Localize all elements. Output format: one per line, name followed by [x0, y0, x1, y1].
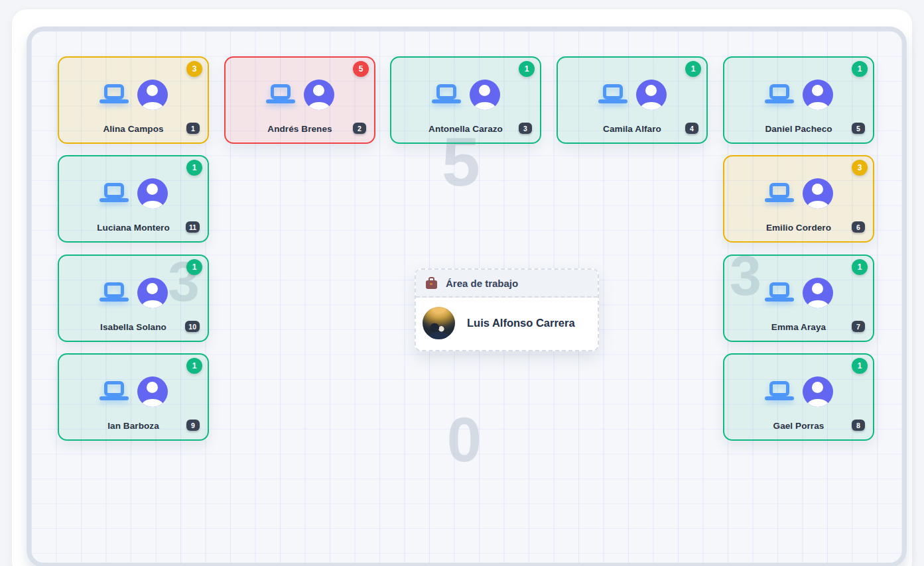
desk-owner-name: Luciana Montero: [97, 223, 170, 233]
person-icon: [304, 80, 334, 110]
desk-icons: [765, 376, 833, 407]
seat-number-chip: 7: [852, 321, 865, 332]
laptop-icon: [765, 182, 794, 205]
laptop-icon: [99, 84, 129, 106]
occupancy-badge: 1: [519, 61, 535, 77]
person-icon: [803, 178, 833, 209]
desk-icons: [266, 80, 334, 110]
occupancy-badge: 1: [852, 259, 868, 275]
laptop-icon: [765, 282, 794, 304]
laptop-icon: [99, 282, 129, 304]
desk-card[interactable]: 1 Isabella Solano 10: [58, 255, 209, 342]
seat-number-chip: 1: [186, 123, 200, 134]
person-icon: [470, 80, 500, 110]
person-icon: [636, 80, 667, 110]
desk-owner-name: Alina Campos: [103, 124, 163, 134]
desk-card[interactable]: 1 Ian Barboza 9: [58, 353, 209, 441]
occupancy-badge: 3: [852, 160, 868, 176]
occupancy-badge: 1: [852, 61, 868, 77]
laptop-icon: [99, 182, 129, 205]
desk-owner-name: Ian Barboza: [107, 421, 159, 431]
person-icon: [803, 278, 833, 308]
desk-card[interactable]: 1 Antonella Carazo 3: [390, 56, 541, 144]
seat-number-chip: 3: [519, 123, 532, 134]
seat-number-chip: 10: [185, 321, 200, 332]
person-icon: [137, 80, 168, 110]
desk-owner-name: Isabella Solano: [100, 322, 166, 332]
person-icon: [803, 376, 833, 407]
desk-card[interactable]: 1 Gael Porras 8: [723, 353, 874, 441]
desk-icons: [765, 178, 833, 209]
occupancy-badge: 1: [186, 160, 202, 176]
occupancy-badge: 1: [685, 61, 701, 77]
desk-owner-name: Gael Porras: [773, 421, 825, 431]
person-icon: [803, 80, 833, 110]
desk-owner-name: Emilio Cordero: [766, 223, 831, 233]
desk-icons: [99, 178, 168, 209]
desk-icons: [765, 80, 833, 110]
laptop-icon: [432, 84, 461, 106]
workspace-panel-title: Área de trabajo: [446, 278, 518, 289]
desk-card[interactable]: 1 Luciana Montero 11: [58, 155, 209, 243]
desk-icons: [99, 376, 168, 407]
seat-number-chip: 11: [186, 221, 200, 233]
seat-number-chip: 9: [186, 420, 200, 431]
person-icon: [137, 178, 168, 209]
laptop-icon: [598, 84, 627, 106]
occupancy-badge: 1: [852, 358, 868, 374]
occupancy-badge: 3: [186, 61, 202, 77]
desk-owner-name: Daniel Pacheco: [765, 124, 832, 134]
seat-number-chip: 4: [685, 123, 698, 134]
member-avatar: [423, 307, 455, 339]
seat-number-chip: 2: [353, 123, 366, 134]
seat-number-chip: 5: [852, 123, 865, 134]
laptop-icon: [266, 84, 295, 106]
laptop-icon: [765, 380, 794, 403]
occupancy-badge: 5: [353, 61, 369, 77]
laptop-icon: [99, 380, 129, 403]
zone-watermark: 0: [447, 409, 482, 471]
desk-card[interactable]: 1 Camila Alfaro 4: [557, 56, 708, 144]
desk-card[interactable]: 5 Andrés Brenes 2: [224, 56, 375, 144]
seat-number-chip: 8: [852, 420, 865, 431]
desk-owner-name: Emma Araya: [771, 322, 826, 332]
occupancy-badge: 1: [186, 259, 202, 275]
desk-card[interactable]: 3 Emilio Cordero 6: [723, 155, 874, 243]
desk-icons: [99, 80, 168, 110]
floor-canvas[interactable]: 0335 Área de trabajo Luis Alfonso Carrer…: [27, 27, 907, 566]
desk-card[interactable]: 1 Daniel Pacheco 5: [723, 56, 874, 144]
desk-owner-name: Andrés Brenes: [267, 124, 332, 134]
desk-icons: [765, 278, 833, 308]
briefcase-icon: [426, 280, 437, 289]
member-name: Luis Alfonso Carrera: [467, 317, 575, 329]
desk-icons: [432, 80, 500, 110]
desk-card[interactable]: 3 Alina Campos 1: [58, 56, 209, 144]
occupancy-badge: 1: [186, 358, 202, 374]
workspace-panel: Área de trabajo Luis Alfonso Carrera: [415, 268, 599, 351]
workspace-member-row[interactable]: Luis Alfonso Carrera: [416, 298, 598, 350]
person-icon: [137, 278, 168, 308]
person-icon: [137, 376, 168, 407]
workspace-panel-header: Área de trabajo: [416, 270, 598, 298]
desk-owner-name: Camila Alfaro: [603, 124, 661, 134]
desk-owner-name: Antonella Carazo: [429, 124, 503, 134]
laptop-icon: [765, 84, 794, 106]
desk-icons: [99, 278, 168, 308]
desk-card[interactable]: 1 Emma Araya 7: [723, 255, 874, 342]
desk-icons: [598, 80, 667, 110]
seat-number-chip: 6: [852, 221, 865, 233]
